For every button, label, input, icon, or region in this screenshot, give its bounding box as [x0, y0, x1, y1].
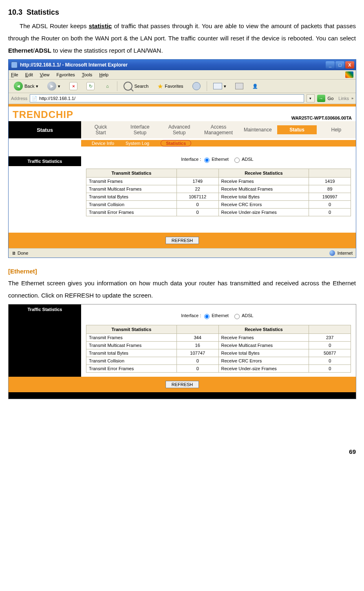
- tab-maintenance[interactable]: Maintenance: [238, 125, 277, 134]
- window-maximize-button[interactable]: □: [335, 61, 344, 69]
- favorites-label: Favorites: [165, 84, 183, 89]
- favorites-button[interactable]: ★Favorites: [154, 81, 186, 91]
- toolbar-separator: [117, 81, 117, 91]
- stop-icon: ×: [69, 82, 77, 90]
- tx-value: 1067112: [176, 193, 218, 201]
- refresh-button-1[interactable]: REFRESH: [165, 237, 199, 244]
- rx-label: Receive Under-size Frames: [218, 209, 309, 216]
- radio-ethernet-2[interactable]: [204, 314, 210, 319]
- rx-label: Receive CRC Errors: [218, 357, 309, 365]
- table-row: Transmit Frames344Receive Frames237: [86, 334, 351, 342]
- table-row: Transmit Error Frames0Receive Under-size…: [86, 365, 351, 373]
- tx-label: Transmit Error Frames: [86, 209, 177, 216]
- ethernet-heading: [Ethernet]: [8, 268, 356, 275]
- subnav-system-log[interactable]: System Log: [126, 141, 149, 146]
- tab-interface-setup[interactable]: InterfaceSetup: [120, 122, 159, 137]
- windows-flag-icon: [345, 71, 353, 78]
- refresh-icon: ↻: [86, 82, 95, 90]
- tx-label: Transmit Frames: [86, 334, 177, 342]
- tab-status[interactable]: Status: [277, 125, 316, 134]
- window-close-button[interactable]: X: [345, 61, 354, 69]
- mail-icon: [213, 83, 222, 89]
- forward-arrow-icon: ►: [47, 82, 56, 91]
- nav-status-label: Status: [9, 121, 81, 138]
- tx-value: 22: [176, 185, 218, 193]
- menu-bar: File Edit View Favorites Tools Help: [9, 70, 356, 80]
- window-minimize-button[interactable]: _: [326, 61, 335, 69]
- ie-status-bar: 🗎 Done Internet: [9, 248, 356, 258]
- rx-value: 0: [309, 342, 351, 349]
- subnav-device-info[interactable]: Device Info: [92, 141, 114, 146]
- rx-value: 89: [309, 185, 351, 193]
- address-input[interactable]: 📄 http://192.168.1.1/: [30, 94, 304, 102]
- table-row: Transmit Frames1749Receive Frames1419: [86, 178, 351, 185]
- refresh-bar-2: REFRESH: [9, 377, 356, 392]
- screenshot-ie-window: http://192.168.1.1/ - Microsoft Internet…: [8, 59, 356, 258]
- star-icon: ★: [157, 82, 163, 90]
- links-chevron-icon[interactable]: »: [351, 96, 353, 100]
- traffic-statistics-label-2: Traffic Statistics: [9, 304, 81, 314]
- messenger-button[interactable]: 👤: [249, 82, 261, 90]
- rx-value: 0: [309, 209, 351, 216]
- history-button[interactable]: [190, 81, 203, 91]
- internet-zone-icon: [329, 250, 335, 256]
- firmware-version: WAR25TC-WPT.030606.00TA: [291, 116, 352, 120]
- back-button[interactable]: ◄Back ▾: [11, 80, 41, 92]
- tab-access-management[interactable]: AccessManagement: [199, 122, 238, 137]
- table-row: Transmit Multicast Frames22Receive Multi…: [86, 185, 351, 193]
- refresh-button-2[interactable]: REFRESH: [165, 381, 199, 388]
- links-label[interactable]: Links: [338, 96, 349, 101]
- section-title-text: Statistics: [26, 8, 59, 16]
- rx-label: Receive Under-size Frames: [218, 365, 309, 373]
- tab-help[interactable]: Help: [317, 125, 356, 134]
- radio-adsl[interactable]: [234, 158, 240, 163]
- radio-ethernet[interactable]: [204, 158, 210, 163]
- mail-button[interactable]: ▾: [210, 82, 229, 91]
- refresh-button[interactable]: ↻: [84, 81, 97, 91]
- radio-adsl-label[interactable]: ADSL: [242, 157, 254, 162]
- go-label: Go: [328, 96, 334, 101]
- print-button[interactable]: [232, 82, 246, 91]
- tab-quick-start[interactable]: QuickStart: [81, 122, 120, 137]
- search-button[interactable]: Search: [121, 80, 151, 92]
- toolbar-separator-2: [207, 81, 207, 91]
- radio-ethernet-label-2[interactable]: Ethernet: [212, 313, 229, 318]
- search-label: Search: [134, 84, 148, 89]
- rx-label: Receive Frames: [218, 334, 309, 342]
- print-icon: [235, 83, 243, 89]
- section-number: 10.3: [8, 8, 22, 16]
- rx-label: Receive Multicast Frames: [218, 185, 309, 193]
- menu-file[interactable]: File: [11, 72, 18, 77]
- sub-nav: Device Info System Log Statistics: [9, 138, 356, 148]
- stats-table-2: Transmit Statistics Receive Statistics T…: [86, 325, 351, 373]
- interface-label: Interface :: [181, 157, 201, 162]
- rx-value: 190997: [309, 193, 351, 201]
- tab-advanced-setup[interactable]: AdvancedSetup: [160, 122, 199, 137]
- subnav-statistics[interactable]: Statistics: [161, 140, 191, 147]
- window-titlebar: http://192.168.1.1/ - Microsoft Internet…: [9, 60, 356, 70]
- address-dropdown[interactable]: ▾: [307, 94, 315, 102]
- menu-view[interactable]: View: [40, 72, 50, 77]
- go-button[interactable]: →: [317, 95, 325, 102]
- menu-help[interactable]: Help: [99, 72, 108, 77]
- brand-logo: TRENDCHIP: [13, 109, 73, 120]
- interface-label-2: Interface :: [181, 313, 201, 318]
- radio-ethernet-label[interactable]: Ethernet: [212, 157, 229, 162]
- home-button[interactable]: ⌂: [101, 81, 114, 91]
- search-icon: [124, 82, 132, 91]
- rx-label: Receive total Bytes: [218, 349, 309, 357]
- radio-adsl-label-2[interactable]: ADSL: [242, 313, 254, 318]
- table-row: Transmit Collision0Receive CRC Errors0: [86, 201, 351, 209]
- tx-label: Transmit Collision: [86, 357, 177, 365]
- radio-adsl-2[interactable]: [234, 314, 240, 319]
- stop-button[interactable]: ×: [66, 81, 80, 91]
- back-label: Back: [24, 84, 34, 89]
- menu-favorites[interactable]: Favorites: [57, 72, 75, 77]
- tx-label: Transmit Collision: [86, 201, 177, 209]
- tx-value: 16: [176, 342, 218, 349]
- menu-tools[interactable]: Tools: [82, 72, 93, 77]
- menu-edit[interactable]: Edit: [25, 72, 33, 77]
- forward-button[interactable]: ► ▾: [44, 80, 63, 92]
- address-url: http://192.168.1.1/: [39, 96, 75, 101]
- intro-adsl: ADSL: [35, 47, 51, 54]
